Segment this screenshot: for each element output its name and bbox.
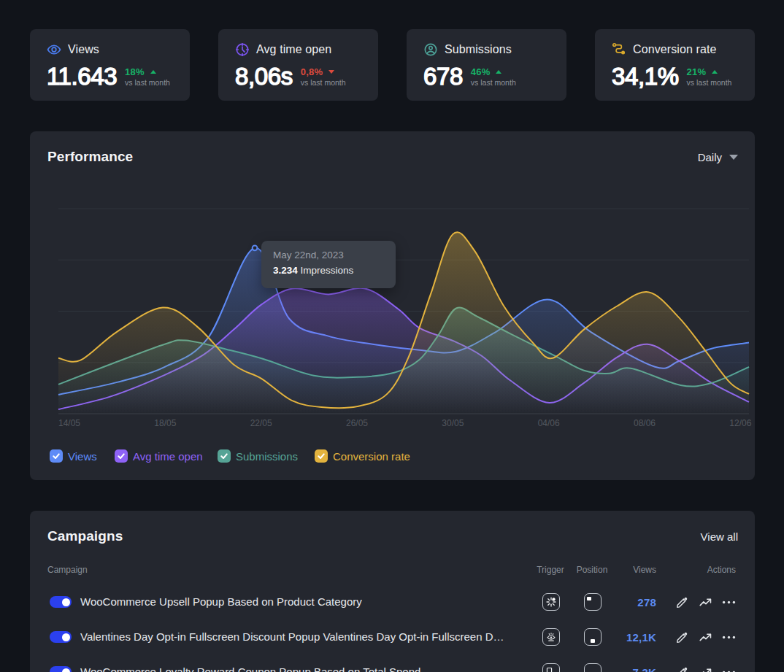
campaign-toggle[interactable] <box>50 631 72 643</box>
x-tick-label: 18/05 <box>154 418 176 428</box>
delta-caption: vs last month <box>687 78 732 87</box>
delta-percent: 46% <box>471 66 491 77</box>
tooltip-value: 3.234 <box>273 265 298 276</box>
trigger-type-button[interactable] <box>542 593 560 611</box>
legend-item-views[interactable]: Views <box>50 449 97 463</box>
column-actions: Actions <box>707 565 736 575</box>
stat-delta: 18% vs last month <box>125 63 170 87</box>
chart-legend: ViewsAvg time openSubmissionsConversion … <box>50 449 736 463</box>
performance-chart: 14/0518/0522/0526/0530/0504/0608/0612/06 <box>30 131 755 480</box>
campaign-views: 12,1K <box>614 631 656 644</box>
legend-label: Avg time open <box>133 450 203 463</box>
stat-head: Avg time open <box>235 42 378 57</box>
arrow-down-icon <box>328 70 334 74</box>
stat-value: 34,1% <box>612 63 679 89</box>
legend-checkbox[interactable] <box>218 449 231 463</box>
campaign-actions <box>675 630 736 644</box>
trending-up-icon[interactable] <box>699 630 712 644</box>
edit-pencil-icon[interactable] <box>675 595 689 609</box>
legend-checkbox[interactable] <box>115 449 128 463</box>
x-tick-label: 08/06 <box>634 418 656 428</box>
more-options-icon[interactable] <box>722 665 736 672</box>
delta-percent: 0,8% <box>301 66 323 77</box>
stat-head: Conversion rate <box>612 42 755 57</box>
campaign-name: WooCommerce Loyalty Reward Coupon Popup … <box>80 665 420 672</box>
delta-percent: 21% <box>687 66 707 77</box>
check-icon <box>52 452 61 460</box>
stat-delta: 0,8% vs last month <box>301 63 346 87</box>
stat-card-conversion: Conversion rate 34,1% 21% vs last month <box>595 29 755 101</box>
legend-item-avg-time-open[interactable]: Avg time open <box>115 449 203 463</box>
route-icon <box>612 42 626 57</box>
delta-caption: vs last month <box>125 78 170 87</box>
stat-delta: 21% vs last month <box>687 63 732 87</box>
stat-label: Conversion rate <box>633 43 716 56</box>
tooltip-line: 3.234 Impressions <box>273 265 384 276</box>
arrow-up-icon <box>150 70 156 74</box>
toggle-knob <box>62 633 70 641</box>
arrow-up-icon <box>712 70 718 74</box>
campaign-toggle[interactable] <box>50 596 72 608</box>
campaigns-table-header: Campaign Trigger Position Views Actions <box>47 565 736 575</box>
trending-up-icon[interactable] <box>699 595 712 609</box>
legend-item-submissions[interactable]: Submissions <box>218 449 298 463</box>
arrow-up-icon <box>496 70 501 74</box>
stat-value: 678 <box>423 63 463 89</box>
campaign-row: WooCommerce Upsell Popup Based on Produc… <box>47 584 736 619</box>
check-icon <box>317 452 326 460</box>
campaign-row: Valentines Day Opt-in Fullscreen Discoun… <box>47 619 736 654</box>
tooltip-metric: Impressions <box>301 265 354 276</box>
cursor-click-icon <box>546 667 556 672</box>
trigger-type-button[interactable] <box>542 628 560 646</box>
delta-percent: 18% <box>125 66 145 77</box>
position-button[interactable] <box>584 593 602 611</box>
eye-scroll-icon <box>546 632 556 642</box>
user-circle-icon <box>423 42 438 57</box>
x-tick-label: 22/05 <box>250 418 272 428</box>
column-campaign: Campaign <box>47 565 88 575</box>
stat-card-avg-time: Avg time open 8,06s 0,8% vs last month <box>218 29 378 101</box>
view-all-link[interactable]: View all <box>701 530 738 543</box>
stat-body: 34,1% 21% vs last month <box>612 63 755 89</box>
position-dot-bottom-center <box>591 639 595 644</box>
x-tick-label: 30/05 <box>442 418 464 428</box>
stat-value: 8,06s <box>235 63 293 89</box>
stat-card-views: Views 11.643 18% vs last month <box>30 29 190 101</box>
performance-card: Performance Daily 14/0518/0522/0526/0530… <box>30 131 755 480</box>
stat-label: Submissions <box>445 43 512 56</box>
check-icon <box>220 452 228 460</box>
campaign-toggle[interactable] <box>50 666 72 672</box>
chart-tooltip: May 22nd, 2023 3.234 Impressions <box>261 241 396 288</box>
toggle-knob <box>62 598 70 606</box>
legend-checkbox[interactable] <box>315 449 328 463</box>
stat-value: 11.643 <box>47 63 117 89</box>
stat-label: Views <box>68 43 99 56</box>
more-options-icon[interactable] <box>722 595 736 609</box>
delta-caption: vs last month <box>471 78 516 87</box>
stat-label: Avg time open <box>256 43 331 56</box>
stat-card-submissions: Submissions 678 46% vs last month <box>407 29 566 101</box>
x-tick-label: 26/05 <box>346 418 368 428</box>
campaign-views: 7,3K <box>614 666 656 672</box>
x-tick-label: 12/06 <box>729 418 751 428</box>
campaign-name: Valentines Day Opt-in Fullscreen Discoun… <box>80 630 505 643</box>
campaign-row: WooCommerce Loyalty Reward Coupon Popup … <box>47 654 736 672</box>
campaign-actions <box>675 595 736 609</box>
more-options-icon[interactable] <box>722 630 736 644</box>
position-button[interactable] <box>584 663 602 672</box>
legend-label: Submissions <box>236 450 298 463</box>
x-tick-label: 14/05 <box>58 418 80 428</box>
trigger-type-button[interactable] <box>542 663 560 672</box>
position-button[interactable] <box>584 628 602 646</box>
campaigns-title: Campaigns <box>47 528 123 544</box>
trending-up-icon[interactable] <box>699 665 712 672</box>
campaign-name: WooCommerce Upsell Popup Based on Produc… <box>80 595 362 608</box>
clock-icon <box>235 42 250 57</box>
legend-checkbox[interactable] <box>50 449 63 463</box>
edit-pencil-icon[interactable] <box>675 630 689 644</box>
legend-label: Views <box>68 450 97 463</box>
column-views: Views <box>614 565 656 575</box>
legend-item-conversion-rate[interactable]: Conversion rate <box>315 449 410 463</box>
edit-pencil-icon[interactable] <box>675 665 689 672</box>
stat-delta: 46% vs last month <box>471 63 516 87</box>
